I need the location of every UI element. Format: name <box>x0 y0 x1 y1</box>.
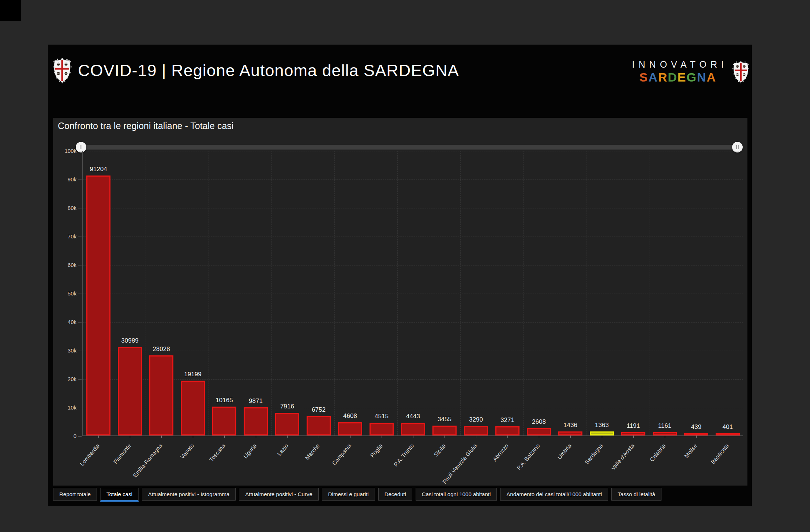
bar-value-label: 401 <box>723 423 733 431</box>
bar-puglia[interactable] <box>370 423 393 435</box>
h-gridline <box>83 237 743 237</box>
x-axis-tick <box>319 435 319 438</box>
tab-bar: Report totaleTotale casiAttualmente posi… <box>53 488 661 502</box>
bar-toscana[interactable] <box>212 407 236 435</box>
bar-value-label: 3290 <box>469 416 483 423</box>
bar-value-label: 4608 <box>343 412 357 420</box>
brand-letter: A <box>648 70 658 84</box>
y-axis-tick <box>78 265 82 265</box>
y-axis-label: 20k <box>54 376 76 382</box>
x-axis-tick <box>633 435 634 438</box>
tab-deceduti[interactable]: Deceduti <box>378 488 412 501</box>
brand-letter: N <box>697 70 707 84</box>
tab-report-totale[interactable]: Report totale <box>53 488 97 501</box>
sardinia-coat-of-arms-icon <box>52 58 72 83</box>
y-axis-tick <box>78 436 82 437</box>
bar-p-a-bolzano[interactable] <box>527 428 551 435</box>
x-axis-label: Puglia <box>369 442 384 459</box>
bar-value-label: 28028 <box>153 346 170 353</box>
bar-lazio[interactable] <box>275 413 299 435</box>
y-axis-tick <box>78 208 82 208</box>
bar-umbria[interactable] <box>558 431 582 435</box>
x-axis-tick <box>287 435 288 438</box>
tab-tasso-di-letalità[interactable]: Tasso di letalità <box>611 488 661 501</box>
y-axis-label: 0 <box>54 433 76 439</box>
bar-abruzzo[interactable] <box>495 426 519 436</box>
bar-p-a-trento[interactable] <box>401 423 425 435</box>
slider-grip-line <box>736 145 737 149</box>
bar-friuli-venezia-giulia[interactable] <box>464 426 488 435</box>
y-axis-label: 80k <box>54 205 76 211</box>
v-gridline <box>523 151 524 435</box>
x-axis-label: Lombardia <box>79 442 101 467</box>
y-axis-tick <box>78 408 82 408</box>
bar-sicilia[interactable] <box>432 426 456 435</box>
tab-andamento-dei-casi-totali-1000-abiitanti[interactable]: Andamento dei casi totali/1000 abiitanti <box>500 488 608 501</box>
x-axis-label: Marche <box>304 442 321 461</box>
tab-attualmente-positivi-curve[interactable]: Attualmente positivi - Curve <box>239 488 318 501</box>
y-axis-label: 100k <box>54 148 76 154</box>
brand-letter: G <box>687 70 697 84</box>
x-axis-tick <box>161 435 162 438</box>
tab-casi-totali-ogni-1000-abitanti[interactable]: Casi totali ogni 1000 abitanti <box>416 488 497 501</box>
h-gridline <box>83 208 743 208</box>
y-axis-tick <box>78 180 82 180</box>
v-gridline <box>586 151 586 435</box>
bar-value-label: 1191 <box>627 422 640 430</box>
h-gridline <box>83 379 743 380</box>
bar-lombardia[interactable] <box>86 176 110 435</box>
bar-value-label: 3271 <box>500 416 514 424</box>
x-axis-label: P.A. Trento <box>393 442 416 468</box>
tab-totale-casi[interactable]: Totale casi <box>100 488 139 502</box>
x-axis-label: Emilia-Romagna <box>132 442 164 479</box>
tab-attualmente-positivi-istogramma[interactable]: Attualmente positivi - Istogramma <box>142 488 236 501</box>
brand-letter: D <box>668 70 678 84</box>
bar-piemonte[interactable] <box>118 347 142 435</box>
bar-value-label: 30989 <box>121 337 138 344</box>
y-axis-label: 40k <box>54 319 76 325</box>
bar-value-label: 1363 <box>595 422 609 429</box>
bar-value-label: 10165 <box>215 397 233 404</box>
page-title: COVID-19 | Regione Autonoma della SARDEG… <box>78 61 459 80</box>
brand-innovatori-text: INNOVATORI <box>628 59 728 70</box>
corner-decoration <box>0 0 21 21</box>
y-axis-tick <box>78 379 82 380</box>
bar-liguria[interactable] <box>244 407 267 435</box>
y-axis-tick <box>78 237 82 237</box>
x-axis-label: Veneto <box>179 442 195 460</box>
v-gridline <box>209 151 209 435</box>
x-axis-tick <box>602 435 602 438</box>
bar-emilia-romagna[interactable] <box>149 355 173 435</box>
bar-value-label: 2608 <box>532 418 546 426</box>
x-axis-label: Lazio <box>276 442 290 457</box>
bar-sardegna[interactable] <box>590 431 614 435</box>
x-axis-tick <box>539 435 539 438</box>
bar-veneto[interactable] <box>181 381 205 435</box>
chart-title: Confronto tra le regioni italiane - Tota… <box>58 121 233 131</box>
bar-value-label: 7916 <box>280 403 294 410</box>
x-axis-label: Calabria <box>649 442 667 463</box>
y-axis-tick <box>78 351 82 351</box>
v-gridline <box>460 151 461 435</box>
x-axis-tick <box>445 435 445 438</box>
h-gridline <box>83 294 743 294</box>
bar-campania[interactable] <box>338 422 362 435</box>
x-axis-tick <box>256 435 256 438</box>
x-axis-label: Basilicata <box>709 442 730 465</box>
v-gridline <box>334 151 335 435</box>
x-axis-label: Sicilia <box>432 442 447 458</box>
zoom-slider-track[interactable] <box>79 145 738 150</box>
bar-value-label: 4443 <box>406 413 420 420</box>
bar-value-label: 439 <box>691 423 701 431</box>
bar-calabria[interactable] <box>653 432 676 435</box>
tab-dimessi-e-guariti[interactable]: Dimessi e guariti <box>322 488 375 501</box>
x-axis-label: Abruzzo <box>492 442 510 463</box>
slider-grip-line <box>82 145 82 149</box>
x-axis-label: Liguria <box>242 442 258 460</box>
bar-valle-d-aosta[interactable] <box>621 432 645 435</box>
h-gridline <box>83 351 743 351</box>
y-axis-tick <box>78 322 82 322</box>
h-gridline <box>83 265 743 265</box>
app-header-left: COVID-19 | Regione Autonoma della SARDEG… <box>52 58 459 83</box>
bar-marche[interactable] <box>307 416 330 435</box>
